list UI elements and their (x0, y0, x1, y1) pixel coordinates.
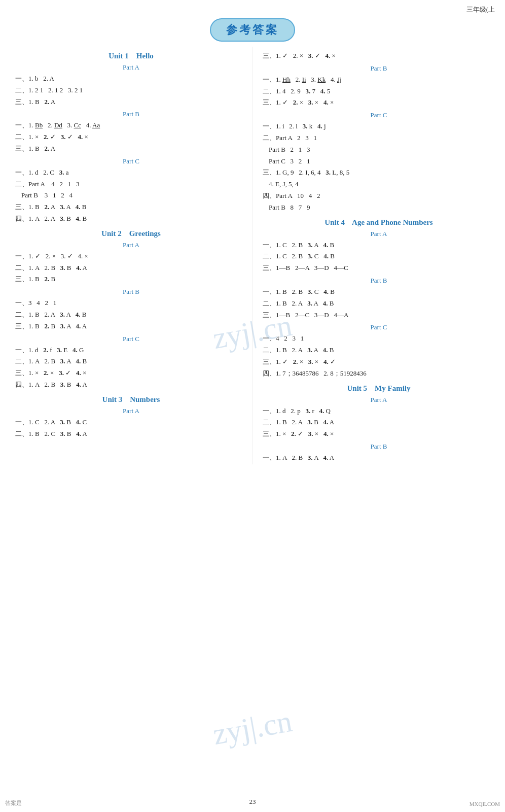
u1-pa-line1: 一、1. b 2. A (15, 74, 247, 84)
u3-pc-line4: Part C 3 2 1 (263, 156, 495, 167)
u3-pc-line1: 一、1. i 2. l 3. k 4. j (263, 121, 495, 132)
u1-pb-line1: 一、1. Bb 2. Dd 3. Cc 4. Aa (15, 120, 247, 131)
u2-pa-line3: 三、1. B 2. B (15, 274, 247, 285)
unit-3-title: Unit 3 Numbers (15, 395, 247, 404)
part-c-3-title: Part C (263, 111, 495, 119)
part-b-1-title: Part B (15, 110, 247, 118)
u4-pa-line3: 三、1—B 2—A 3—D 4—C (263, 263, 495, 274)
u3-pc-line2: 二、Part A 2 3 1 (263, 133, 495, 144)
part-b-5-title: Part B (263, 443, 495, 451)
u3-pb-line3: 三、1. ✓ 2. × 3. × 4. × (263, 97, 495, 108)
u3-pa-continued-line1: 三、1. ✓ 2. × 3. ✓ 4. × (263, 51, 495, 61)
part-a-1-title: Part A (15, 63, 247, 72)
u5-pa-line2: 二、1. B 2. A 3. B 4. A (263, 417, 495, 428)
u1-pc-line5: 四、1. A 2. A 3. B 4. B (15, 214, 247, 224)
right-column: 三、1. ✓ 2. × 3. ✓ 4. × Part B 一、1. Hh 2. … (252, 47, 505, 464)
part-a-2-title: Part A (15, 241, 247, 249)
u3-pb-line2: 二、1. 4 2. 9 3. 7 4. 5 (263, 86, 495, 97)
title-banner: 参考答案 (0, 18, 505, 42)
u3-pb-line1: 一、1. Hh 2. Ii 3. Kk 4. Jj (263, 75, 495, 85)
corner-logo2: 答案是 (5, 799, 22, 807)
unit-2-title: Unit 2 Greetings (15, 229, 247, 238)
u1-pa-line3: 三、1. B 2. A (15, 97, 247, 108)
u3-pc-line7: 四、Part A 10 4 2 (263, 191, 495, 201)
u3-pa-line1: 一、1. C 2. A 3. B 4. C (15, 417, 247, 428)
page-number: 23 (249, 798, 256, 806)
u3-pa-line2: 二、1. B 2. C 3. B 4. A (15, 429, 247, 439)
part-a-5-title: Part A (263, 396, 495, 404)
u2-pc-line2: 二、1. A 2. B 3. A 4. B (15, 356, 247, 367)
u1-pb-line2: 二、1. × 2. ✓ 3. ✓ 4. × (15, 132, 247, 143)
u4-pc-line4: 四、1. 7；36485786 2. 8；51928436 (263, 368, 495, 379)
unit-5-title: Unit 5 My Family (263, 384, 495, 393)
part-b-2-title: Part B (15, 288, 247, 296)
u3-pc-line8: Part B 8 7 9 (263, 202, 495, 213)
u1-pc-line4: 三、1. B 2. A 3. A 4. B (15, 202, 247, 213)
main-content: Unit 1 Hello Part A 一、1. b 2. A 二、1. 2 1… (0, 47, 505, 464)
left-column: Unit 1 Hello Part A 一、1. b 2. A 二、1. 2 1… (0, 47, 252, 464)
u2-pb-line3: 三、1. B 2. B 3. A 4. A (15, 321, 247, 332)
part-c-1-title: Part C (15, 157, 247, 165)
part-b-4-title: Part B (263, 277, 495, 285)
u5-pa-line3: 三、1. × 2. ✓ 3. × 4. × (263, 429, 495, 439)
part-c-2-title: Part C (15, 335, 247, 343)
u2-pc-line1: 一、1. d 2. f 3. E 4. G (15, 345, 247, 356)
unit-1-title: Unit 1 Hello (15, 52, 247, 60)
u4-pc-line1: 一、4 2 3 1 (263, 333, 495, 344)
unit-4-title: Unit 4 Age and Phone Numbers (263, 218, 495, 227)
part-c-4-title: Part C (263, 323, 495, 331)
u4-pa-line2: 二、1. C 2. B 3. C 4. B (263, 251, 495, 262)
u1-pb-line3: 三、1. B 2. A (15, 144, 247, 154)
u3-pc-line5: 三、1. G, 9 2. I, 6, 4 3. L, 8, 5 (263, 167, 495, 178)
part-a-4-title: Part A (263, 230, 495, 238)
u4-pb-line1: 一、1. B 2. B 3. C 4. B (263, 287, 495, 297)
u3-pc-line3: Part B 2 1 3 (263, 145, 495, 155)
page-title: 参考答案 (210, 18, 295, 42)
u4-pc-line2: 二、1. B 2. A 3. A 4. B (263, 345, 495, 356)
u2-pc-line3: 三、1. × 2. × 3. ✓ 4. × (15, 368, 247, 379)
u4-pb-line3: 三、1—B 2—C 3—D 4—A (263, 310, 495, 321)
u2-pc-line4: 四、1. A 2. B 3. B 4. A (15, 380, 247, 390)
u3-pc-line6: 4. E, J, 5, 4 (263, 179, 495, 190)
u4-pb-line2: 二、1. B 2. A 3. A 4. B (263, 298, 495, 309)
u2-pb-line2: 二、1. B 2. A 3. A 4. B (15, 310, 247, 320)
u2-pa-line2: 二、1. A 2. B 3. B 4. A (15, 263, 247, 274)
u4-pc-line3: 三、1. ✓ 2. × 3. × 4. ✓ (263, 357, 495, 367)
grade-text: 三年级(上 (466, 6, 495, 13)
corner-logo: MXQE.COM (470, 801, 500, 807)
u4-pa-line1: 一、1. C 2. B 3. A 4. B (263, 240, 495, 251)
u5-pa-line1: 一、1. d 2. p 3. r 4. Q (263, 406, 495, 417)
watermark-2: zyj|.cn (1, 667, 504, 789)
grade-label: 三年级(上 (0, 0, 505, 14)
part-a-3-title: Part A (15, 407, 247, 415)
u1-pc-line1: 一、1. d 2. C 3. a (15, 167, 247, 178)
u2-pb-line1: 一、3 4 2 1 (15, 298, 247, 309)
u1-pc-line3: Part B 3 1 2 4 (15, 190, 247, 201)
u5-pb-line1: 一、1. A 2. B 3. A 4. A (263, 453, 495, 463)
u1-pc-line2: 二、Part A 4 2 1 3 (15, 179, 247, 190)
u2-pa-line1: 一、1. ✓ 2. × 3. ✓ 4. × (15, 251, 247, 262)
u1-pa-line2: 二、1. 2 1 2. 1 2 3. 2 1 (15, 85, 247, 96)
part-b-3-title: Part B (263, 64, 495, 73)
